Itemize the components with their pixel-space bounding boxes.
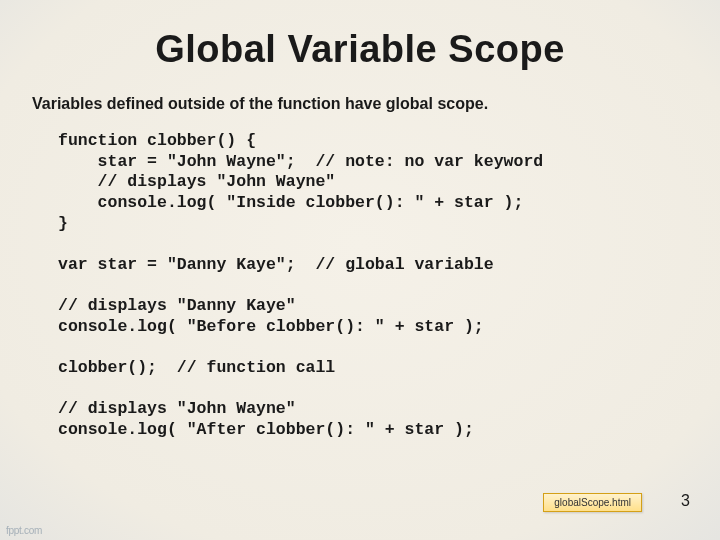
code-block: function clobber() { star = "John Wayne"… [58, 131, 680, 440]
slide-title: Global Variable Scope [40, 28, 680, 71]
page-number: 3 [681, 492, 690, 510]
slide-subtitle: Variables defined outside of the functio… [32, 95, 680, 113]
footer-logo: fppt.com [6, 525, 42, 536]
slide: Global Variable Scope Variables defined … [0, 0, 720, 540]
filename-badge: globalScope.html [543, 493, 642, 512]
